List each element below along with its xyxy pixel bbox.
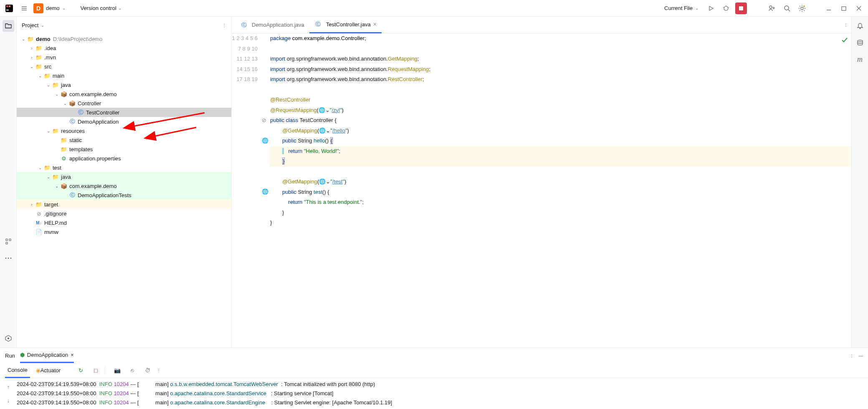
tree-label: templates — [69, 146, 93, 152]
tree-row[interactable]: ›📁 .mvn — [17, 53, 231, 62]
tree-row[interactable]: ⌄📁 java — [17, 80, 231, 89]
debug-button[interactable] — [720, 3, 732, 14]
tree-row[interactable]: Ⓒ DemoApplication — [17, 117, 231, 126]
run-config-selector[interactable]: Current File ⌄ — [661, 3, 702, 13]
tree-label: target — [44, 201, 58, 208]
gutter-icons: ⊘ 🌐 🌐 — [262, 33, 270, 348]
svg-point-18 — [803, 5, 805, 7]
tree-row[interactable]: ⌄📦 com.example.demo — [17, 181, 231, 191]
run-panel-header: Run ⬢ DemoApplication × ⋮ — — [0, 348, 868, 363]
tree-row[interactable]: ›📁 .idea — [17, 43, 231, 53]
tab-menu-icon[interactable]: ⋮ — [844, 23, 848, 27]
tree-row[interactable]: ⌄📁 java — [17, 172, 231, 181]
tree-label: .gitignore — [44, 211, 66, 217]
editor-tab[interactable]: Ⓒ DemoApplication.java — [235, 17, 309, 33]
console-tab[interactable]: Console — [5, 363, 30, 378]
database-icon[interactable] — [854, 37, 866, 48]
tree-row[interactable]: 📄 mvnw — [17, 227, 231, 236]
intellij-logo-icon[interactable] — [3, 3, 15, 14]
svg-point-15 — [784, 6, 789, 10]
svg-rect-3 — [9, 5, 10, 7]
chevron-down-icon: ⌄ — [695, 6, 698, 10]
structure-tool-icon[interactable] — [3, 236, 14, 247]
more-tool-icon[interactable] — [3, 252, 14, 264]
svg-point-7 — [724, 6, 728, 10]
console-output[interactable]: ↑ ↓ 2024-02-23T09:14:19.539+08:00 INFO 1… — [0, 378, 868, 409]
main-menu-icon[interactable] — [18, 3, 30, 14]
project-panel-title: Project — [22, 22, 38, 28]
svg-point-30 — [8, 338, 9, 339]
tree-row[interactable]: ⚙ application.properties — [17, 154, 231, 163]
scroll-up-icon[interactable]: ↑ — [3, 381, 14, 393]
project-panel-header[interactable]: Project ⌄ ⋮ — [17, 17, 231, 33]
code-with-me-icon[interactable] — [766, 3, 778, 14]
search-icon[interactable] — [781, 3, 793, 14]
url-mapping-icon: 🌐 — [262, 187, 268, 193]
tree-row[interactable]: 📁 templates — [17, 145, 231, 154]
code-editor[interactable]: 1 2 3 4 5 6 7 8 9 10 11 12 13 14 15 16 1… — [232, 33, 851, 348]
svg-line-16 — [788, 10, 790, 11]
rerun-icon[interactable]: ↻ — [75, 365, 86, 376]
run-config-tab[interactable]: ⬢ DemoApplication × — [20, 348, 74, 363]
tree-row[interactable]: M↓ HELP.md — [17, 218, 231, 227]
panel-menu-icon[interactable]: ⋮ — [850, 353, 854, 358]
tree-label: resources — [61, 128, 85, 134]
tree-label: TestController — [86, 109, 119, 116]
tree-label: test — [53, 165, 61, 171]
project-selector[interactable]: D demo ⌄ — [33, 3, 66, 13]
notifications-icon[interactable] — [854, 20, 866, 32]
project-tool-icon[interactable] — [3, 20, 14, 32]
maximize-icon[interactable] — [838, 3, 850, 14]
code-content[interactable]: package com.example.demo.Controller; imp… — [270, 33, 851, 348]
settings-icon[interactable] — [796, 3, 808, 14]
profiler-icon[interactable]: ⏱ — [142, 365, 153, 376]
tree-label: java — [61, 82, 71, 88]
tree-label: DemoApplicationTests — [78, 192, 132, 198]
svg-rect-2 — [6, 5, 8, 7]
editor-tab-active[interactable]: Ⓒ TestController.java × — [309, 17, 382, 33]
tree-label: demo — [36, 36, 51, 42]
minimize-icon[interactable] — [823, 3, 835, 14]
main-toolbar: D demo ⌄ Version control ⌄ Current File … — [0, 0, 868, 17]
panel-menu-icon[interactable]: ⋮ — [222, 23, 226, 28]
close-icon[interactable]: × — [71, 352, 74, 358]
tree-row[interactable]: ⌄📁 src — [17, 62, 231, 71]
vcs-selector[interactable]: Version control ⌄ — [81, 5, 121, 11]
screenshot-icon[interactable]: 📷 — [111, 365, 123, 376]
tree-row[interactable]: ⌄📁 test — [17, 163, 231, 172]
stop-icon[interactable]: ◻ — [90, 365, 101, 376]
tree-label: com.example.demo — [69, 183, 116, 189]
run-title: Run — [5, 353, 15, 359]
close-icon[interactable]: × — [373, 21, 377, 28]
tree-row[interactable]: 📁 static — [17, 135, 231, 145]
svg-line-10 — [728, 7, 729, 8]
services-tool-icon[interactable] — [3, 333, 14, 344]
toolbar-menu-icon[interactable]: ⋮ — [157, 368, 161, 373]
tree-label: .idea — [44, 45, 56, 51]
tree-row[interactable]: ⌄📦 com.example.demo — [17, 89, 231, 99]
inspection-ok-icon[interactable] — [841, 37, 848, 43]
tab-label: DemoApplication.java — [252, 22, 304, 28]
tree-row-selected[interactable]: Ⓒ TestController — [17, 108, 231, 117]
minimize-panel-icon[interactable]: — — [859, 353, 863, 358]
chevron-down-icon: ⌄ — [62, 6, 66, 10]
stop-button[interactable] — [735, 3, 747, 14]
tree-row[interactable]: Ⓒ DemoApplicationTests — [17, 191, 231, 200]
svg-rect-24 — [9, 239, 11, 241]
project-tree[interactable]: ⌄📁 demo D:\IdeaProject\demo ›📁 .idea ›📁 … — [17, 33, 231, 348]
tree-row[interactable]: ›📁 target — [17, 200, 231, 209]
close-icon[interactable] — [853, 3, 865, 14]
svg-point-28 — [10, 258, 11, 259]
actuator-tab[interactable]: ◉ Actuator — [33, 363, 63, 378]
tree-row[interactable]: ⌄📦 Controller — [17, 99, 231, 108]
tree-label: java — [61, 174, 71, 180]
scroll-down-icon[interactable]: ↓ — [3, 395, 14, 406]
run-button[interactable] — [705, 3, 717, 14]
tree-row[interactable]: ⊘ .gitignore — [17, 209, 231, 218]
tree-label: mvnw — [44, 229, 58, 235]
tree-row-root[interactable]: ⌄📁 demo D:\IdeaProject\demo — [17, 34, 231, 43]
maven-icon[interactable]: m — [854, 53, 866, 65]
exit-icon[interactable]: ⎋ — [127, 365, 138, 376]
tree-row[interactable]: ⌄📁 resources — [17, 126, 231, 135]
tree-row[interactable]: ⌄📁 main — [17, 71, 231, 80]
